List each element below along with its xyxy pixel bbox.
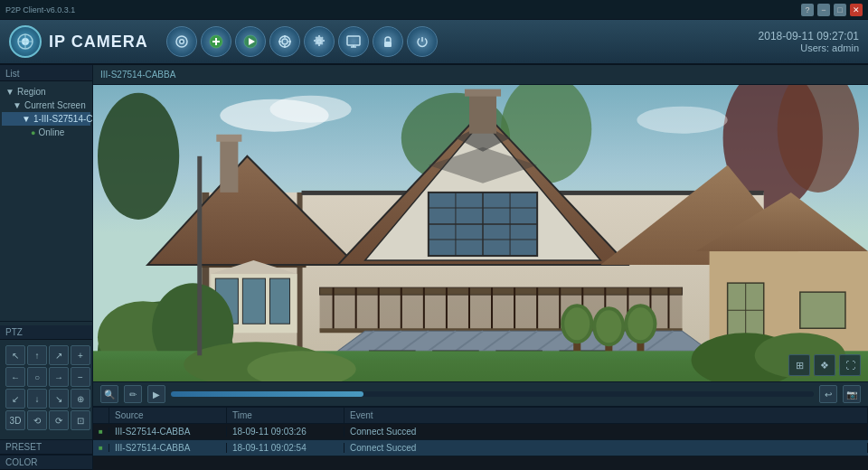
tree-item-region[interactable]: ▼ Region xyxy=(2,85,90,99)
video-area[interactable]: ⊞ ❖ ⛶ xyxy=(93,85,868,381)
power-button[interactable] xyxy=(407,26,438,57)
close-button[interactable]: ✕ xyxy=(850,4,863,16)
event-source: III-S27514-CABBA xyxy=(109,443,227,453)
camera-header: III-S27514-CABBA xyxy=(93,65,868,85)
event-row[interactable]: ■ III-S27514-CABBA 18-09-11 09:02:54 Con… xyxy=(93,440,868,456)
svg-rect-43 xyxy=(220,138,238,193)
color-label[interactable]: COLOR xyxy=(0,456,92,470)
svg-point-6 xyxy=(180,41,183,43)
event-time: 18-09-11 09:03:26 xyxy=(227,427,344,437)
settings-button[interactable] xyxy=(304,26,335,57)
expand-icon: ▼ xyxy=(22,114,31,124)
minimize-button[interactable]: − xyxy=(817,4,830,16)
camera-title: III-S27514-CABBA xyxy=(100,70,175,80)
target-button[interactable] xyxy=(269,26,300,57)
color-section: COLOR xyxy=(0,455,92,470)
expand-icon: ▼ xyxy=(5,87,14,97)
ptz-right-button[interactable]: → xyxy=(49,367,69,387)
ptz-scan-button[interactable]: ⊡ xyxy=(71,410,90,430)
online-indicator: ● xyxy=(31,128,35,137)
play-button[interactable] xyxy=(235,26,266,57)
play-toolbar-button[interactable]: ▶ xyxy=(147,385,165,403)
app-title: IP CAMERA xyxy=(49,33,148,52)
svg-rect-123 xyxy=(197,156,202,356)
svg-rect-44 xyxy=(216,135,241,142)
snapshot-button[interactable]: 📷 xyxy=(843,385,861,403)
event-time: 18-09-11 09:02:54 xyxy=(227,443,344,453)
svg-point-13 xyxy=(282,39,288,44)
main-area: List ▼ Region ▼ Current Screen ▼ 1-III-S… xyxy=(0,65,868,470)
ptz-section: PTZ ↖ ↑ ↗ + ← ○ → − ↙ ↓ ↘ ⊕ 3D ⟲ ⟳ ⊡ xyxy=(0,321,92,439)
svg-rect-46 xyxy=(465,89,501,97)
ptz-upright-button[interactable]: ↗ xyxy=(49,345,69,365)
ptz-center-button[interactable]: ○ xyxy=(27,367,47,387)
ptz-cw-button[interactable]: ⟳ xyxy=(49,410,69,430)
fullscreen-button[interactable]: ⛶ xyxy=(839,354,861,376)
search-toolbar-button[interactable]: 🔍 xyxy=(100,385,118,403)
ptz-downright-button[interactable]: ↘ xyxy=(49,389,69,409)
svg-point-116 xyxy=(627,307,653,340)
toolbar xyxy=(166,26,759,57)
icon-col-header xyxy=(93,408,109,423)
logo-icon xyxy=(9,25,42,58)
titlebar: P2P Client-v6.0.3.1 ? − □ ✕ xyxy=(0,0,868,20)
time-col-header: Time xyxy=(227,408,344,423)
header: IP CAMERA xyxy=(0,20,868,65)
users-info: Users: admin xyxy=(759,42,859,53)
camera-feed xyxy=(93,85,868,381)
tree-item-current-screen[interactable]: ▼ Current Screen xyxy=(2,99,90,112)
datetime: 2018-09-11 09:27:01 xyxy=(759,30,859,42)
tree-item-online[interactable]: ● Online xyxy=(2,126,90,139)
window-controls: ? − □ ✕ xyxy=(801,4,863,16)
screen-button[interactable] xyxy=(338,26,369,57)
app-version: P2P Client-v6.0.3.1 xyxy=(5,5,75,14)
add-button[interactable] xyxy=(201,26,231,57)
layout-button[interactable]: ❖ xyxy=(814,354,835,376)
video-toolbar: 🔍 ✏ ▶ ↩ 📷 xyxy=(93,381,868,407)
event-row[interactable]: ■ III-S27514-CABBA 18-09-11 09:03:26 Con… xyxy=(93,424,868,440)
refresh-button[interactable] xyxy=(166,26,197,57)
event-col-header: Event xyxy=(344,408,868,423)
content-area: III-S27514-CABBA xyxy=(93,65,868,470)
logo-area: IP CAMERA xyxy=(9,25,148,58)
tree-item-device[interactable]: ▼ 1-III-S27514-CABBA xyxy=(2,112,90,126)
sidebar: List ▼ Region ▼ Current Screen ▼ 1-III-S… xyxy=(0,65,93,470)
ptz-left-button[interactable]: ← xyxy=(5,367,25,387)
view-controls: ⊞ ❖ ⛶ xyxy=(788,354,861,376)
grid-view-button[interactable]: ⊞ xyxy=(788,354,810,376)
ptz-zoomin-button[interactable]: + xyxy=(71,345,90,365)
ptz-zoomout-button[interactable]: − xyxy=(71,367,90,387)
ptz-downleft-button[interactable]: ↙ xyxy=(5,389,25,409)
progress-fill xyxy=(171,391,363,397)
ptz-down-button[interactable]: ↓ xyxy=(27,389,47,409)
help-button[interactable]: ? xyxy=(801,4,814,16)
event-description: Connect Succed xyxy=(344,443,868,453)
maximize-button[interactable]: □ xyxy=(834,4,846,16)
back-toolbar-button[interactable]: ↩ xyxy=(819,385,837,403)
expand-icon: ▼ xyxy=(13,100,22,110)
event-icon: ■ xyxy=(93,444,109,452)
lock-button[interactable] xyxy=(373,26,403,57)
svg-point-126 xyxy=(637,107,727,134)
draw-toolbar-button[interactable]: ✏ xyxy=(124,385,142,403)
event-source: III-S27514-CABBA xyxy=(109,427,227,437)
event-rows: ■ III-S27514-CABBA 18-09-11 09:03:26 Con… xyxy=(93,424,868,470)
ptz-upleft-button[interactable]: ↖ xyxy=(5,345,25,365)
ptz-ccw-button[interactable]: ⟲ xyxy=(27,410,47,430)
event-description: Connect Succed xyxy=(344,427,868,437)
svg-rect-18 xyxy=(347,36,360,45)
device-tree: ▼ Region ▼ Current Screen ▼ 1-III-S27514… xyxy=(0,81,92,321)
event-log: Source Time Event ■ III-S27514-CABBA 18-… xyxy=(93,407,868,470)
svg-rect-21 xyxy=(384,42,392,47)
list-label: List xyxy=(0,65,92,81)
preset-section: PRESET xyxy=(0,439,92,455)
playback-progress[interactable] xyxy=(171,391,814,397)
preset-label[interactable]: PRESET xyxy=(0,440,92,455)
source-col-header: Source xyxy=(109,408,227,423)
svg-point-23 xyxy=(98,93,179,220)
svg-point-110 xyxy=(564,307,590,340)
svg-point-125 xyxy=(269,96,351,123)
ptz-3d-button[interactable]: 3D xyxy=(5,410,25,430)
ptz-iris-button[interactable]: ⊕ xyxy=(71,389,90,409)
ptz-up-button[interactable]: ↑ xyxy=(27,345,47,365)
